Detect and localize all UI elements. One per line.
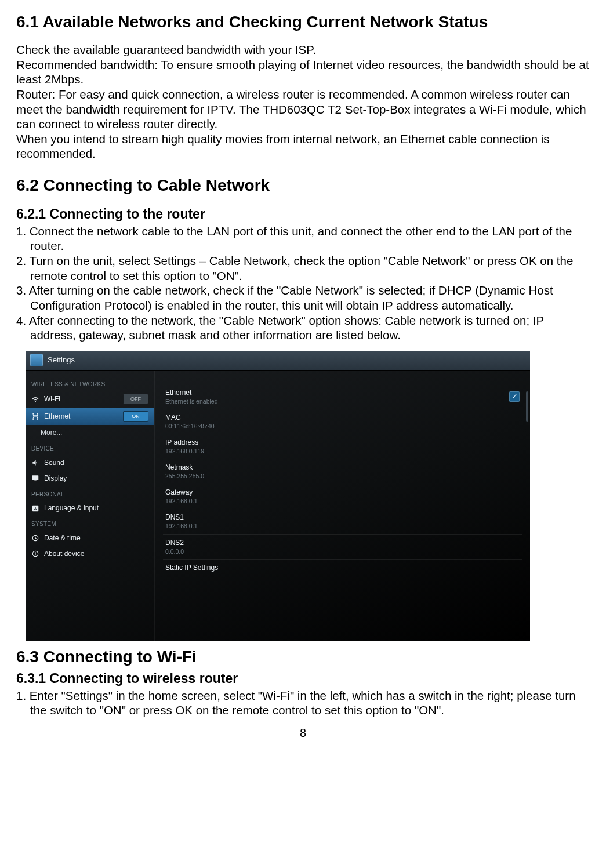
settings-app-icon: [30, 354, 43, 366]
settings-sidebar: WIRELESS & NETWORKS Wi-Fi OFF Ethernet: [26, 371, 154, 641]
cat-wireless: WIRELESS & NETWORKS: [26, 376, 154, 391]
heading-6-1: 6.1 Available Networks and Checking Curr…: [16, 12, 590, 32]
sidebar-item-wifi[interactable]: Wi-Fi OFF: [26, 390, 154, 408]
svg-rect-3: [37, 419, 38, 420]
sidebar-item-label: More...: [41, 428, 62, 437]
sidebar-item-about[interactable]: About device: [26, 546, 154, 562]
step-4: 4. After connecting to the network, the …: [16, 313, 590, 343]
sidebar-item-label: Wi-Fi: [44, 395, 60, 404]
display-icon: [31, 474, 39, 482]
steps-6-3-1: 1. Enter "Settings" in the home screen, …: [16, 688, 590, 718]
clock-icon: [31, 534, 39, 542]
row-label: Ethernet: [165, 388, 217, 397]
heading-6-2-1: 6.2.1 Connecting to the router: [16, 206, 590, 223]
row-label: IP address: [165, 438, 204, 447]
sidebar-item-label: Language & input: [44, 504, 99, 513]
row-value: 192.168.0.1: [165, 497, 197, 505]
heading-6-3: 6.3 Connecting to Wi-Fi: [16, 647, 590, 667]
window-titlebar: Settings: [26, 351, 530, 371]
scrollbar-thumb[interactable]: [526, 391, 528, 422]
language-icon: A: [31, 504, 39, 513]
wifi-toggle[interactable]: OFF: [123, 394, 148, 404]
row-gateway: Gateway 192.168.0.1: [163, 484, 522, 509]
sidebar-item-label: Date & time: [44, 534, 81, 543]
row-ethernet[interactable]: Ethernet Ethernet is enabled ✓: [163, 384, 522, 409]
checkmark-icon[interactable]: ✓: [509, 391, 520, 402]
sidebar-item-label: Sound: [44, 459, 64, 467]
settings-detail-panel: Ethernet Ethernet is enabled ✓ MAC 00:11…: [155, 371, 530, 641]
ethernet-toggle[interactable]: ON: [123, 411, 148, 422]
step-1: 1. Connect the network cable to the LAN …: [16, 224, 590, 253]
svg-rect-4: [32, 476, 39, 480]
step-3: 3. After turning on the cable network, c…: [16, 283, 590, 313]
info-icon: [31, 550, 39, 558]
row-value: 0.0.0.0: [165, 548, 184, 555]
svg-rect-1: [37, 413, 38, 414]
sidebar-item-sound[interactable]: Sound: [26, 455, 154, 471]
svg-rect-2: [32, 419, 34, 420]
row-label: MAC: [165, 413, 215, 422]
row-value: Ethernet is enabled: [165, 398, 217, 405]
ethernet-icon: [31, 412, 39, 420]
window-title: Settings: [48, 355, 75, 365]
sidebar-item-label: About device: [44, 550, 84, 558]
svg-rect-0: [32, 413, 34, 414]
step-2: 2. Turn on the unit, select Settings – C…: [16, 253, 590, 283]
para-6-1-c: Router: For easy and quick connection, a…: [16, 87, 590, 132]
row-label: DNS2: [165, 539, 184, 547]
row-netmask: Netmask 255.255.255.0: [163, 459, 522, 484]
steps-6-2-1: 1. Connect the network cable to the LAN …: [16, 224, 590, 343]
page-number: 8: [16, 726, 590, 740]
row-label: DNS1: [165, 513, 197, 522]
row-value: 192.168.0.119: [165, 448, 204, 455]
step-1: 1. Enter "Settings" in the home screen, …: [16, 688, 590, 718]
row-dns1: DNS1 192.168.0.1: [163, 509, 522, 533]
heading-6-3-1: 6.3.1 Connecting to wireless router: [16, 670, 590, 687]
para-6-1-d: When you intend to stream high quality m…: [16, 132, 590, 161]
settings-screenshot: Settings WIRELESS & NETWORKS Wi-Fi OFF: [26, 351, 530, 641]
cat-device: DEVICE: [26, 441, 154, 455]
row-ip: IP address 192.168.0.119: [163, 434, 522, 459]
row-value: 192.168.0.1: [165, 522, 197, 530]
row-mac: MAC 00:11:6d:16:45:40: [163, 409, 522, 434]
sidebar-item-label: Display: [44, 474, 67, 483]
row-label: Gateway: [165, 488, 197, 497]
wifi-icon: [31, 395, 39, 403]
sidebar-item-language[interactable]: A Language & input: [26, 500, 154, 516]
sidebar-item-more[interactable]: More...: [26, 425, 154, 441]
sidebar-item-datetime[interactable]: Date & time: [26, 531, 154, 546]
row-static-ip[interactable]: Static IP Settings: [163, 559, 522, 576]
row-value: 255.255.255.0: [165, 473, 204, 480]
row-label: Static IP Settings: [165, 564, 218, 572]
sidebar-item-ethernet[interactable]: Ethernet ON: [26, 408, 154, 425]
para-6-1-b: Recommended bandwidth: To ensure smooth …: [16, 57, 590, 87]
row-dns2: DNS2 0.0.0.0: [163, 534, 522, 559]
row-value: 00:11:6d:16:45:40: [165, 423, 215, 430]
heading-6-2: 6.2 Connecting to Cable Network: [16, 175, 590, 195]
cat-personal: PERSONAL: [26, 486, 154, 501]
sidebar-item-display[interactable]: Display: [26, 471, 154, 486]
sidebar-item-label: Ethernet: [44, 412, 70, 421]
sound-icon: [31, 459, 39, 467]
para-6-1-a: Check the available guaranteed bandwidth…: [16, 42, 590, 57]
row-label: Netmask: [165, 463, 204, 472]
cat-system: SYSTEM: [26, 516, 154, 531]
